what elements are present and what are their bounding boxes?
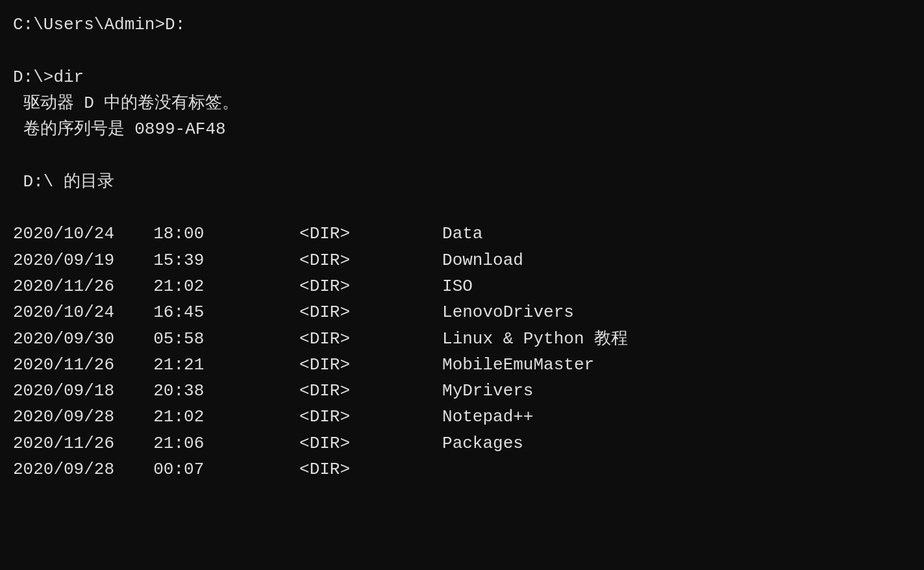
table-row: 2020/09/28 00:07 <DIR> <box>13 456 911 482</box>
entry-type: <DIR> <box>299 326 442 352</box>
table-row: 2020/10/24 16:45 <DIR>LenovoDrivers <box>13 299 911 325</box>
table-row: 2020/11/26 21:02 <DIR>ISO <box>13 273 911 299</box>
directory-listing: 2020/10/24 18:00 <DIR>Data2020/09/19 15:… <box>13 221 911 482</box>
entry-date: 2020/10/24 <box>13 299 133 325</box>
entry-type: <DIR> <box>299 221 442 247</box>
entry-time: 18:00 <box>153 221 218 247</box>
entry-type: <DIR> <box>299 352 442 378</box>
entry-name: Linux & Python 教程 <box>442 326 628 352</box>
entry-name: Data <box>442 221 482 247</box>
blank-line-2 <box>13 142 911 168</box>
entry-type: <DIR> <box>299 247 442 273</box>
info-line-2: 卷的序列号是 0899-AF48 <box>13 116 911 142</box>
entry-date: 2020/11/26 <box>13 273 133 299</box>
entry-type: <DIR> <box>299 456 442 482</box>
entry-type: <DIR> <box>299 273 442 299</box>
prompt-line-1: C:\Users\Admin>D: <box>13 12 911 38</box>
table-row: 2020/11/26 21:06 <DIR>Packages <box>13 430 911 456</box>
entry-date: 2020/11/26 <box>13 430 133 456</box>
entry-date: 2020/09/28 <box>13 456 133 482</box>
entry-name: ISO <box>442 273 473 299</box>
entry-time: 21:02 <box>153 404 218 430</box>
entry-type: <DIR> <box>299 430 442 456</box>
entry-name: MobileEmuMaster <box>442 352 594 378</box>
entry-type: <DIR> <box>299 299 442 325</box>
entry-time: 20:38 <box>153 378 218 404</box>
entry-date: 2020/09/28 <box>13 404 133 430</box>
blank-line-3 <box>13 195 911 221</box>
entry-date: 2020/11/26 <box>13 352 133 378</box>
prompt-line-2: D:\>dir <box>13 64 911 90</box>
entry-name: MyDrivers <box>442 378 533 404</box>
table-row: 2020/09/30 05:58 <DIR>Linux & Python 教程 <box>13 326 911 352</box>
entry-time: 21:06 <box>153 430 218 456</box>
entry-time: 21:02 <box>153 273 218 299</box>
table-row: 2020/09/28 21:02 <DIR>Notepad++ <box>13 404 911 430</box>
table-row: 2020/09/18 20:38 <DIR>MyDrivers <box>13 378 911 404</box>
entry-date: 2020/09/30 <box>13 326 133 352</box>
info-line-1: 驱动器 D 中的卷没有标签。 <box>13 90 911 116</box>
entry-type: <DIR> <box>299 404 442 430</box>
dir-header: D:\ 的目录 <box>13 169 911 195</box>
entry-time: 05:58 <box>153 326 218 352</box>
table-row: 2020/09/19 15:39 <DIR>Download <box>13 247 911 273</box>
entry-time: 21:21 <box>153 352 218 378</box>
terminal-window: C:\Users\Admin>D: D:\>dir 驱动器 D 中的卷没有标签。… <box>13 12 911 482</box>
entry-time: 16:45 <box>153 299 218 325</box>
entry-date: 2020/10/24 <box>13 221 133 247</box>
entry-time: 00:07 <box>153 456 218 482</box>
entry-date: 2020/09/18 <box>13 378 133 404</box>
entry-name: LenovoDrivers <box>442 299 574 325</box>
table-row: 2020/11/26 21:21 <DIR>MobileEmuMaster <box>13 352 911 378</box>
table-row: 2020/10/24 18:00 <DIR>Data <box>13 221 911 247</box>
entry-name: Packages <box>442 430 523 456</box>
entry-date: 2020/09/19 <box>13 247 133 273</box>
entry-name: Notepad++ <box>442 404 533 430</box>
entry-type: <DIR> <box>299 378 442 404</box>
blank-line-1 <box>13 38 911 64</box>
entry-name: Download <box>442 247 523 273</box>
entry-time: 15:39 <box>153 247 218 273</box>
